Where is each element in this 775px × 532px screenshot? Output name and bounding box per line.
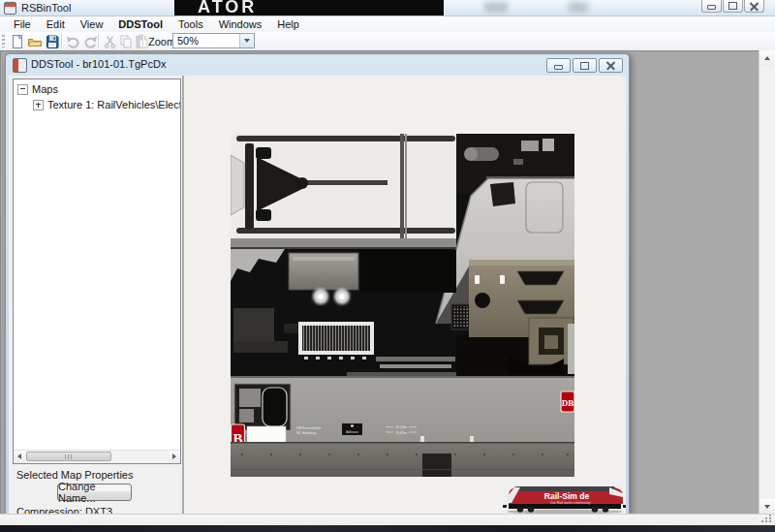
expand-expander-icon[interactable] [33, 100, 44, 110]
tree-node-label[interactable]: Maps [32, 83, 58, 95]
svg-text:19,85m: 19,85m [395, 431, 407, 435]
child-window-title: DDSTool - br101-01.TgPcDx [31, 58, 166, 70]
toolbar-separator [61, 34, 62, 47]
scrollbar-thumb[interactable] [26, 452, 111, 461]
texture-image: B DB Fernverkehr NL Hamburg Adtranz [231, 134, 574, 477]
tree-node-maps[interactable]: Maps [17, 83, 58, 95]
menu-view[interactable]: View [73, 16, 111, 32]
save-floppy-icon [45, 34, 60, 49]
undo-button[interactable] [65, 33, 81, 49]
redo-button[interactable] [81, 33, 98, 49]
window-caption-buttons [701, 0, 764, 13]
child-window-icon [13, 58, 27, 73]
child-close-button[interactable] [599, 58, 623, 73]
copy-button[interactable] [117, 33, 134, 49]
screen: ATOR RSBinTool File Edit View DDSTool To… [0, 0, 775, 532]
tree-node-texture1[interactable]: Texture 1: RailVehicles\Electric\BR101\S… [33, 99, 180, 110]
toolbar-separator [142, 34, 143, 47]
open-folder-icon [27, 34, 43, 49]
arrow-up-icon [764, 56, 770, 60]
app-title: RSBinTool [21, 2, 71, 14]
menu-file[interactable]: File [6, 16, 39, 32]
svg-text:DB: DB [562, 398, 574, 408]
menu-windows[interactable]: Windows [211, 16, 270, 32]
ddstool-child-window: DDSTool - br101-01.TgPcDx Maps T [5, 53, 630, 514]
resize-grip[interactable] [760, 515, 773, 523]
svg-text:Die Rail works community: Die Rail works community [550, 501, 591, 505]
maps-treeview[interactable]: Maps Texture 1: RailVehicles\Electric\BR… [13, 78, 181, 464]
door-window [263, 388, 287, 426]
arrow-down-icon [764, 505, 770, 509]
maximize-button[interactable] [723, 0, 743, 13]
copy-icon [118, 34, 134, 49]
scroll-right-button[interactable] [169, 451, 180, 462]
save-button[interactable] [44, 33, 60, 49]
svg-text:Adtranz: Adtranz [346, 430, 358, 434]
railsim-watermark: Rail-Sim de Die Rail works community [501, 482, 626, 514]
collapse-expander-icon[interactable] [17, 84, 28, 95]
close-icon [606, 61, 615, 70]
menu-tools[interactable]: Tools [170, 16, 211, 32]
new-document-icon [10, 34, 25, 49]
mdi-client-area: DDSTool - br101-01.TgPcDx Maps T [0, 50, 775, 514]
undo-icon [66, 34, 81, 49]
child-titlebar[interactable]: DDSTool - br101-01.TgPcDx [6, 54, 629, 76]
close-button[interactable] [744, 0, 764, 13]
open-button[interactable] [26, 33, 43, 49]
cab-window [490, 182, 515, 206]
minimize-button[interactable] [701, 0, 722, 13]
chevron-down-icon [244, 39, 250, 43]
toolbar-separator [98, 34, 99, 47]
child-maximize-button[interactable] [573, 58, 597, 73]
cut-scissors-icon [103, 34, 118, 49]
paste-button[interactable] [133, 33, 149, 49]
menu-ddstool[interactable]: DDSTool [110, 16, 170, 32]
body-side-section: B DB Fernverkehr NL Hamburg Adtranz [231, 376, 574, 477]
maximize-icon [580, 62, 589, 70]
zoom-value: 50% [177, 35, 199, 47]
svg-text:19,10m: 19,10m [395, 425, 407, 429]
zoom-dropdown-button[interactable] [239, 34, 254, 47]
new-button[interactable] [9, 33, 25, 49]
selected-map-properties-label: Selected Map Properties [16, 469, 133, 481]
paste-clipboard-icon [134, 34, 149, 49]
svg-text:DB Fernverkehr: DB Fernverkehr [296, 426, 322, 430]
skirt-section [231, 442, 574, 477]
desktop-background-strip [0, 524, 775, 532]
texture-canvas: B DB Fernverkehr NL Hamburg Adtranz [185, 77, 626, 514]
pantograph-section [231, 134, 456, 238]
minimize-icon [707, 5, 716, 10]
change-name-button[interactable]: Change Name... [57, 484, 132, 501]
panel-splitter[interactable] [182, 76, 184, 514]
menu-help[interactable]: Help [269, 16, 307, 32]
maximize-icon [728, 2, 737, 10]
scroll-up-button[interactable] [760, 50, 775, 65]
background-window-glimpse: ATOR [174, 0, 444, 16]
cut-button[interactable] [102, 33, 118, 49]
child-caption-buttons [546, 58, 623, 73]
mdi-vertical-scrollbar[interactable] [759, 50, 775, 514]
menu-edit[interactable]: Edit [39, 16, 73, 32]
child-window-body: Maps Texture 1: RailVehicles\Electric\BR… [9, 76, 626, 514]
arrow-right-icon [172, 454, 176, 459]
tree-horizontal-scrollbar[interactable] [14, 450, 180, 463]
app-icon [4, 2, 16, 15]
scroll-left-button[interactable] [14, 451, 25, 462]
equipment-wall-section [456, 260, 574, 376]
minimize-icon [554, 65, 563, 70]
zoom-combobox[interactable]: 50% [172, 33, 255, 48]
glass-smudge [569, 2, 588, 13]
arrow-left-icon [17, 454, 21, 459]
toolbar: Zoom: 50% [0, 32, 775, 51]
scroll-down-button[interactable] [760, 499, 775, 514]
compression-label: Compression: DXT3 [16, 506, 112, 514]
child-minimize-button[interactable] [546, 58, 571, 73]
tree-node-label[interactable]: Texture 1: RailVehicles\Electric\BR101\S… [47, 99, 180, 110]
redo-icon [82, 34, 98, 49]
menu-bar: File Edit View DDSTool Tools Windows Hel… [0, 16, 775, 32]
svg-text:NL Hamburg: NL Hamburg [296, 431, 316, 435]
vent-grille [302, 326, 370, 351]
background-text: ATOR [198, 0, 257, 16]
close-icon [750, 2, 759, 11]
svg-text:Rail-Sim de: Rail-Sim de [544, 491, 590, 501]
